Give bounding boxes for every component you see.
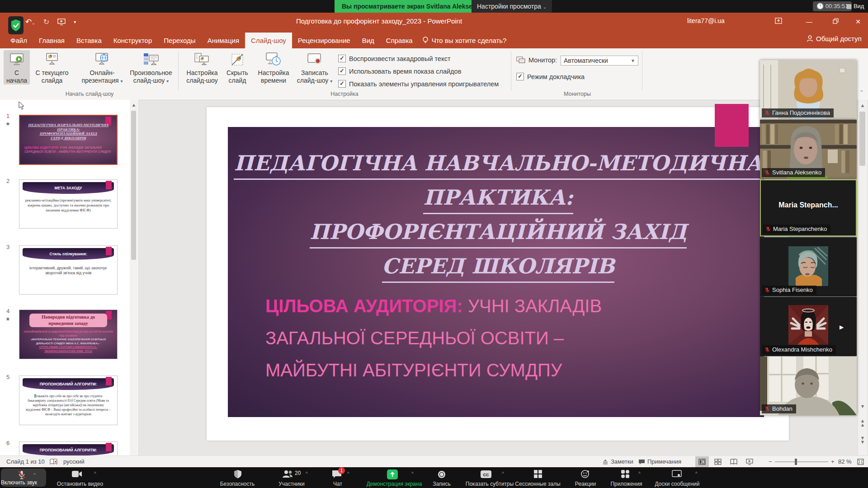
present-online-button[interactable]: Онлайн- презентация ▾ [80,50,124,85]
slide-thumbnail-2[interactable]: МЕТА ЗАХОДУ рекламно-агітаційна (презент… [19,179,118,229]
panel-collapse-arrow[interactable]: ▶ [840,324,844,330]
chevron-up-icon[interactable]: ^ [638,471,641,476]
rehearse-timings-button[interactable]: Настройка времени [254,50,293,84]
chevron-up-icon[interactable]: ^ [695,471,698,476]
reading-view-button[interactable] [727,456,741,467]
participant-tile-5[interactable]: ▶ Olexandra Mishchenko [760,297,857,356]
slideshow-view-button[interactable] [743,456,756,467]
slide-title[interactable]: ПЕДАГОГІЧНА НАВЧАЛЬНО-МЕТОДИЧНА ПРАКТИКА… [234,150,763,287]
tell-me-search[interactable]: Что вы хотите сделать? [419,32,510,48]
tab-animations[interactable]: Анимация [202,33,245,48]
scroll-down-arrow[interactable]: ▼ [858,404,867,409]
scrollbar-thumb[interactable] [859,112,865,166]
chevron-up-icon[interactable]: ^ [33,473,36,478]
slide-thumbnail-5[interactable]: ПРОПОНОВАНИЙ АЛГОРИТМ: Розкажіть про себ… [19,375,118,425]
monitor-select[interactable]: Автоматически ▼ [561,56,638,66]
participant-tile-4[interactable]: Sophia Fisenko [760,237,857,296]
tab-design[interactable]: Конструктор [108,33,158,48]
slide-thumbnail-4[interactable]: Попередня підготовка до проведення заход… [19,310,118,359]
scroll-up-arrow[interactable]: ▲ [858,100,867,108]
whiteboards-button[interactable]: ^ Доски сообщений [650,467,704,488]
thumbnail-scrollbar[interactable]: ▲ [130,100,138,455]
chat-button[interactable]: 1 ^ Чат [322,467,354,488]
record-slideshow-button[interactable]: Записать слайд-шоу ▾ [295,50,335,85]
language-indicator[interactable]: русский [63,456,85,468]
hide-slide-button[interactable]: Скрыть слайд [224,50,250,84]
comments-toggle[interactable]: Примечания [638,456,681,468]
record-button[interactable]: Запись [426,467,458,488]
reactions-button[interactable]: Реакции [567,467,604,488]
unmute-button[interactable]: ^ Включить звук [1,469,46,487]
checkbox-presenter-view[interactable]: ✓ Режим докладчика [516,73,585,80]
share-button[interactable]: Общий доступ [807,35,862,42]
scroll-up-arrow[interactable]: ▲ [130,100,138,108]
slide-body[interactable]: ЦІЛЬОВА АУДИТОРІЯ: УЧНІ ЗАКЛАДІВ ЗАГАЛЬН… [265,290,717,386]
participant-tile-1[interactable]: Ганна Подосиннікова [760,60,857,119]
chevron-up-icon[interactable]: ^ [347,471,349,476]
zoom-slider-thumb[interactable] [795,459,797,465]
zoom-in-button[interactable]: + [831,456,835,468]
restore-button[interactable] [826,13,845,31]
from-beginning-button[interactable]: С начала [4,50,30,84]
participants-button[interactable]: 20 ^ Участники [267,467,316,488]
view-settings-dropdown[interactable]: Настройки просмотра ⌄ [472,0,552,13]
start-slideshow-icon[interactable] [57,19,66,25]
tab-insert[interactable]: Вставка [71,33,108,48]
chevron-up-icon[interactable]: ^ [411,471,414,476]
participant-tile-2[interactable]: Svitlana Aleksenko [760,120,857,179]
captions-button[interactable]: CC ^ Показать субтитры [460,467,519,488]
apps-button[interactable]: ^ Приложения [605,467,648,488]
previous-slide-button[interactable]: ▲▲ [858,419,867,427]
tab-view[interactable]: Вид [356,33,380,48]
custom-slideshow-button[interactable]: Произвольное слайд-шоу ▾ [127,50,175,85]
checkbox-show-media-controls[interactable]: ✓ Показать элементы управления проигрыва… [338,80,499,88]
scrollbar-thumb[interactable] [131,111,136,260]
setup-slideshow-button[interactable]: Настройка слайд-шоу [182,50,222,84]
notes-toggle[interactable]: Заметки [602,456,633,468]
tab-review[interactable]: Рецензирование [292,33,356,48]
tab-slideshow[interactable]: Слайд-шоу [245,33,292,48]
slide-sorter-view-button[interactable] [711,456,725,467]
participant-tile-3[interactable]: Maria Stepanch... Maria Stepanchenko [760,179,857,236]
redo-icon[interactable]: ↻ [43,18,49,26]
tab-file[interactable]: Файл [5,33,33,48]
normal-view-button[interactable] [695,456,709,467]
chevron-up-icon[interactable]: ^ [94,471,96,476]
ppt-vertical-scrollbar[interactable]: ▲ ▼ ▲▲ ▼▼ [858,100,867,455]
share-screen-button[interactable]: ^ Демонстрация экрана [358,467,430,488]
tab-home[interactable]: Главная [33,33,71,48]
tab-transitions[interactable]: Переходы [158,33,201,48]
slide-thumbnail-1[interactable]: ПЕДАГОГІЧНА НАВЧАЛЬНО-МЕТОДИЧНА ПРАКТИКА… [19,115,118,165]
thumbnail-panel: 1 ★ ПЕДАГОГІЧНА НАВЧАЛЬНО-МЕТОДИЧНА ПРАК… [0,100,139,455]
minimize-button[interactable]: — [799,13,819,31]
status-bar: Слайд 1 из 10 русский Заметки Примечания [0,455,868,468]
fit-to-window-button[interactable] [857,456,864,468]
slide-canvas[interactable]: ПЕДАГОГІЧНА НАВЧАЛЬНО-МЕТОДИЧНА ПРАКТИКА… [207,107,789,441]
gallery-view-button[interactable]: ▦ Вид [846,1,864,11]
next-slide-button[interactable]: ▼▼ [858,436,867,444]
chevron-up-icon[interactable]: ^ [502,471,504,476]
slide-thumbnail-3[interactable]: Стиль спілкування: інтерактивний, дружні… [19,245,118,295]
participant-tile-6[interactable]: Bohdan [760,357,857,415]
checkbox-play-narrations[interactable]: ✓ Воспроизвести закадровый текст [338,55,451,62]
window-title: Подготовка до профорієнт заходу_2023 - P… [296,17,462,25]
ribbon-display-options-button[interactable] [769,13,788,31]
collapse-ribbon-icon[interactable]: ⌃ [857,89,866,95]
customize-qat-icon[interactable]: ▾ [74,19,76,24]
participant-name-label: Sophia Fisenko [762,286,816,295]
close-button[interactable]: ✕ [848,13,868,31]
stop-video-button[interactable]: ^ Остановить видео [51,467,109,488]
zoom-out-button[interactable]: − [769,456,772,468]
checkbox-use-timings[interactable]: ✓ Использовать время показа слайдов [338,67,461,75]
security-button[interactable]: Безопасность [212,467,262,488]
zoom-level[interactable]: 82 % [838,456,852,468]
spellcheck-icon[interactable] [50,456,57,468]
from-current-slide-button[interactable]: С текущего слайда [32,50,72,84]
breakout-rooms-button[interactable]: Сессионные залы [512,467,564,488]
undo-icon[interactable]: ↶⌄ [25,17,35,27]
zoom-slider-track[interactable] [775,461,828,462]
chevron-up-icon[interactable]: ^ [306,471,308,476]
tab-help[interactable]: Справка [380,33,419,48]
slide-number: 5 [6,374,9,380]
whiteboard-icon [672,470,682,478]
